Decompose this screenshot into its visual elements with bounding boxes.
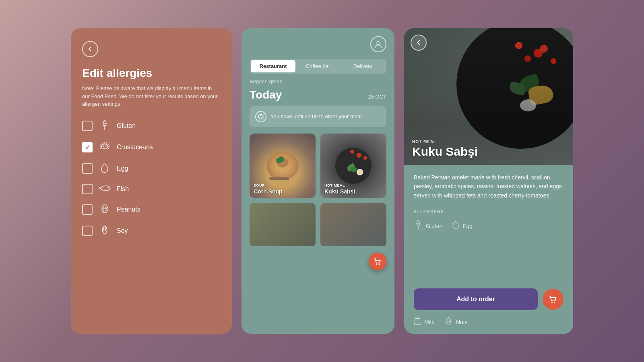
svg-point-14	[551, 302, 553, 303]
egg-allergen-icon	[452, 220, 459, 231]
egg-label: Egg	[117, 165, 128, 172]
menu-header	[242, 28, 394, 52]
allergy-item-soy: Soy	[82, 224, 221, 238]
detail-panel: HOT MEAL Kuku Sabşi Baked Persian omelet…	[404, 28, 573, 334]
peanuts-checkbox[interactable]	[82, 204, 93, 215]
allergy-item-crustaceans: Crustaceans	[82, 141, 221, 154]
allergen-egg: Egg	[452, 220, 473, 232]
gluten-icon	[98, 119, 111, 133]
tab-coffeebar[interactable]: Coffee bar	[295, 60, 340, 72]
svg-point-12	[376, 264, 378, 265]
hotmeal-name: Kuku Sabsi	[324, 188, 382, 195]
soy-label: Soy	[117, 227, 128, 234]
detail-overlay	[404, 28, 573, 165]
svg-point-15	[554, 302, 555, 303]
crustaceans-checkbox[interactable]	[82, 142, 93, 152]
today-row: Today 25 OCT	[250, 88, 386, 101]
svg-point-0	[101, 144, 108, 149]
meal-type-label: HOT MEAL	[412, 140, 436, 144]
allergy-item-gluten: Gluten	[82, 119, 221, 133]
date-label: 25 OCT	[368, 94, 386, 100]
detail-back-button[interactable]	[411, 35, 427, 51]
gluten-allergen-icon	[414, 220, 423, 232]
note-text: Note: Please be aware that we display al…	[82, 84, 221, 108]
hotmeal-tag: HOT MEAL	[324, 183, 382, 187]
allergens-heading: ALLERGENS	[414, 210, 564, 214]
clock-icon	[255, 111, 266, 122]
soy-icon	[98, 224, 111, 238]
today-label: Today	[250, 88, 282, 101]
nuts-allergen-icon	[444, 317, 453, 327]
back-icon	[87, 45, 94, 53]
svg-point-7	[105, 210, 107, 211]
crustaceans-icon	[98, 141, 111, 154]
tab-delivery[interactable]: Delivery	[341, 60, 385, 72]
allergies-panel: Edit allergies Note: Please be aware tha…	[71, 28, 232, 334]
gluten-allergen-name: Gluten	[426, 223, 442, 229]
meal-description: Baked Persian omelet made with fresh che…	[414, 173, 564, 200]
food-grid: SOUP Corn Soup HOT MEAL Kuku Sabsi	[242, 134, 394, 198]
food-card-soup[interactable]: SOUP Corn Soup	[250, 134, 316, 198]
peanuts-icon	[98, 203, 111, 216]
detail-footer: Add to order	[404, 282, 573, 317]
detail-image-section: HOT MEAL Kuku Sabşi	[404, 28, 573, 165]
allergy-item-fish: Fish	[82, 183, 221, 195]
allergens-row-1: Gluten Egg	[414, 220, 564, 232]
egg-checkbox[interactable]	[82, 163, 93, 174]
menu-panel: Restaurant Coffee bar Delivery Begane gr…	[242, 28, 394, 334]
detail-basket-button[interactable]	[543, 289, 564, 310]
allergy-item-peanuts: Peanuts	[82, 203, 221, 216]
nuts-allergen-name: Nuts	[456, 319, 468, 325]
allergen-milk: Milk	[414, 317, 434, 327]
svg-point-1	[103, 145, 104, 146]
svg-point-10	[377, 41, 380, 45]
tab-restaurant[interactable]: Restaurant	[251, 60, 295, 72]
fish-label: Fish	[117, 185, 129, 193]
notice-text: You have until 22:00 to order your meal	[270, 113, 361, 120]
gluten-label: Gluten	[117, 122, 136, 130]
order-notice: You have until 22:00 to order your meal	[250, 106, 386, 127]
svg-point-2	[105, 145, 107, 146]
allergen-nuts: Nuts	[444, 317, 468, 327]
fish-checkbox[interactable]	[82, 184, 93, 194]
svg-point-13	[379, 264, 380, 265]
back-button[interactable]	[82, 41, 98, 57]
soup-tag: SOUP	[254, 183, 312, 187]
gluten-checkbox[interactable]	[82, 121, 93, 131]
user-avatar-button[interactable]	[370, 36, 386, 52]
peanuts-label: Peanuts	[117, 206, 140, 213]
egg-allergen-name: Egg	[462, 223, 473, 229]
svg-point-6	[103, 210, 104, 211]
food-card-hotmeal[interactable]: HOT MEAL Kuku Sabsi	[320, 134, 386, 198]
milk-allergen-name: Milk	[424, 319, 434, 325]
floor-label: Begane grond	[250, 78, 386, 84]
egg-icon	[98, 162, 111, 175]
milk-allergen-icon	[414, 317, 421, 327]
fish-icon	[98, 183, 111, 195]
add-to-order-button[interactable]: Add to order	[414, 288, 538, 310]
hotmeal-card-info: HOT MEAL Kuku Sabsi	[320, 180, 386, 198]
page-title: Edit allergies	[82, 67, 221, 80]
svg-point-4	[103, 206, 104, 208]
crustaceans-label: Crustaceans	[117, 144, 153, 151]
allergens-section: ALLERGENS Gluten	[414, 210, 564, 232]
soy-checkbox[interactable]	[82, 226, 93, 236]
svg-point-3	[108, 187, 109, 188]
allergen-gluten: Gluten	[414, 220, 442, 232]
detail-info-section: Baked Persian omelet made with fresh che…	[404, 165, 573, 282]
meal-name-label: Kuku Sabşi	[412, 145, 478, 158]
soup-name: Corn Soup	[254, 188, 312, 195]
allergy-item-egg: Egg	[82, 162, 221, 175]
svg-point-5	[105, 206, 107, 208]
basket-fab-button[interactable]	[369, 253, 386, 270]
tabs-container: Restaurant Coffee bar Delivery	[250, 59, 386, 74]
soup-card-info: SOUP Corn Soup	[250, 180, 316, 198]
